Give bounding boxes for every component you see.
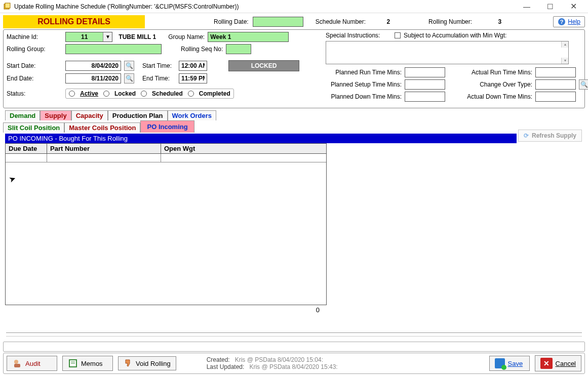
end-time-input[interactable] [179, 73, 207, 83]
col-part-number[interactable]: Part Number [47, 144, 161, 153]
status-locked-radio[interactable] [103, 91, 109, 97]
meta-info: Created:Kris @ PSData 8/04/2020 15:04: L… [207, 356, 338, 370]
rolling-group-label: Rolling Group: [7, 46, 62, 53]
memos-button[interactable]: Memos [62, 356, 113, 371]
col-due-date[interactable]: Due Date [6, 144, 47, 153]
rolling-seq-field[interactable] [226, 44, 251, 54]
svg-rect-1 [5, 3, 10, 8]
end-date-picker-button[interactable]: 🔍 [124, 73, 134, 83]
po-incoming-header: PO INCOMING - Bought For This Rolling [5, 134, 517, 143]
help-button[interactable]: ? Help [553, 16, 585, 27]
tab-master-coils[interactable]: Master Coils Position [64, 122, 140, 133]
audit-label: Audit [25, 360, 41, 367]
tab-demand[interactable]: Demand [5, 110, 40, 120]
change-over-label: Change Over Type: [461, 81, 532, 88]
status-completed-radio[interactable] [188, 91, 194, 97]
machine-name: TUBE MILL 1 [119, 33, 156, 40]
refresh-supply-label: Refresh Supply [532, 132, 576, 139]
start-date-label: Start Date: [7, 62, 62, 69]
scroll-region[interactable] [3, 342, 585, 352]
machine-id-value: 11 [66, 33, 103, 40]
machine-id-label: Machine Id: [7, 33, 62, 40]
status-scheduled-radio[interactable] [141, 91, 147, 97]
scroll-up-icon[interactable]: ▴ [561, 41, 568, 48]
created-label: Created: [207, 356, 230, 363]
details-header: ROLLING DETAILS Rolling Date: Schedule N… [0, 13, 588, 29]
updated-value: Kris @ PSData 8/04/2020 15:43: [249, 363, 337, 370]
rolling-number-label: Rolling Number: [428, 18, 472, 25]
actual-run-input[interactable] [535, 67, 576, 77]
tab-production-plan[interactable]: Production Plan [108, 110, 168, 120]
rolling-seq-label: Rolling Seq No: [181, 46, 223, 53]
window-title: Update Rolling Machine Schedule ('Rollin… [14, 3, 515, 10]
actual-down-input[interactable] [535, 92, 576, 102]
rolling-date-field[interactable] [253, 17, 303, 27]
save-button[interactable]: Save [489, 356, 530, 371]
machine-id-dropdown[interactable]: 11 ▼ [65, 32, 112, 42]
chevron-down-icon: ▼ [103, 32, 112, 41]
special-instructions-label: Special Instructions: [326, 32, 391, 39]
status-scheduled-label: Scheduled [152, 90, 183, 97]
void-rolling-button[interactable]: Void Rolling [118, 356, 176, 370]
divider [6, 332, 582, 337]
form-panel: Machine Id: 11 ▼ TUBE MILL 1 Group Name:… [3, 29, 585, 108]
planned-run-input[interactable] [405, 67, 445, 77]
planned-setup-input[interactable] [405, 79, 445, 90]
grid-empty-row[interactable] [6, 154, 326, 162]
status-completed-label: Completed [199, 90, 230, 97]
scroll-down-icon[interactable]: ▾ [561, 58, 568, 64]
svg-point-4 [14, 360, 18, 364]
close-button[interactable]: ✕ [562, 0, 585, 13]
group-name-value: Week 1 [208, 32, 289, 42]
tab-supply[interactable]: Supply [40, 110, 71, 120]
end-date-input[interactable] [65, 73, 121, 83]
tab-slit-coil[interactable]: Slit Coil Position [3, 122, 64, 133]
cancel-button[interactable]: ✕ Cancel [535, 355, 581, 371]
planned-down-input[interactable] [405, 92, 445, 102]
minimize-button[interactable]: — [515, 0, 538, 13]
rolling-number-value: 3 [476, 18, 501, 25]
schedule-number-value: 2 [370, 18, 390, 25]
group-name-label: Group Name: [168, 33, 205, 40]
special-instructions-textarea[interactable]: ▴ ▾ [326, 41, 569, 64]
titlebar: Update Rolling Machine Schedule ('Rollin… [0, 0, 588, 13]
svg-rect-5 [14, 364, 20, 367]
change-over-lookup-button[interactable]: 🔍 [579, 79, 588, 90]
tab-capacity[interactable]: Capacity [71, 110, 108, 120]
start-date-picker-button[interactable]: 🔍 [124, 61, 134, 71]
locked-button[interactable]: LOCKED [228, 60, 299, 71]
audit-button[interactable]: Audit [7, 356, 57, 371]
schedule-number-label: Schedule Number: [316, 18, 366, 25]
actual-run-label: Actual Run Time Mins: [461, 69, 532, 76]
end-date-label: End Date: [7, 75, 62, 82]
change-over-input[interactable] [535, 79, 576, 90]
po-grid: Due Date Part Number Open Wgt [5, 143, 327, 305]
status-active-radio[interactable] [69, 91, 75, 97]
save-label: Save [508, 360, 523, 367]
help-icon: ? [558, 18, 566, 26]
maximize-button[interactable]: ☐ [538, 0, 562, 13]
grid-header: Due Date Part Number Open Wgt [6, 144, 326, 154]
memos-icon [68, 358, 78, 368]
start-time-input[interactable] [179, 61, 207, 71]
sub-tabs: Slit Coil Position Master Coils Position… [3, 120, 588, 133]
refresh-icon: ⟳ [524, 132, 529, 139]
planned-setup-label: Planned Setup Time Mins: [326, 81, 402, 88]
cancel-label: Cancel [556, 360, 576, 367]
svg-text:?: ? [560, 19, 564, 25]
subject-accumulation-checkbox[interactable] [395, 32, 401, 38]
start-time-label: Start Time: [142, 62, 176, 69]
main-tabs: Demand Supply Capacity Production Plan W… [5, 110, 588, 120]
tab-po-incoming[interactable]: PO Incoming [140, 120, 194, 133]
start-date-input[interactable] [65, 61, 121, 71]
col-open-wgt[interactable]: Open Wgt [161, 144, 323, 153]
updated-label: Last Updated: [207, 363, 245, 370]
status-locked-label: Locked [114, 90, 136, 97]
refresh-supply-button[interactable]: ⟳ Refresh Supply [518, 130, 582, 142]
memos-label: Memos [81, 360, 103, 367]
audit-icon [12, 358, 22, 368]
end-time-label: End Time: [142, 75, 176, 82]
tab-work-orders[interactable]: Work Orders [168, 110, 217, 120]
rolling-group-field[interactable] [65, 44, 162, 54]
planned-down-label: Planned Down Time Mins: [326, 93, 402, 100]
